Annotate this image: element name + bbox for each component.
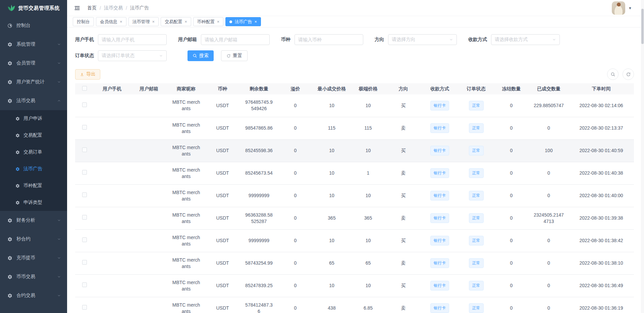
filter-input[interactable]	[98, 34, 167, 45]
table-row[interactable]: MBTC merchantsUSDT85245673.540101卖银行卡正常0…	[75, 162, 634, 184]
cell-premium: 0	[278, 117, 313, 139]
cell-phone	[94, 229, 130, 252]
table-row[interactable]: MBTC merchantsUSDT58743254.9906565卖银行卡正常…	[75, 252, 634, 274]
sidebar-subitem[interactable]: 用户申诉	[0, 110, 67, 127]
sidebar-subitem[interactable]: 交易订单	[0, 144, 67, 161]
cell-phone	[94, 94, 130, 117]
status-badge: 正常	[469, 146, 484, 155]
table-row[interactable]: MBTC merchantsUSDT96363288.5852528703653…	[75, 207, 634, 229]
status-badge: 正常	[469, 123, 484, 133]
tab[interactable]: 控制台	[73, 17, 94, 26]
table-row[interactable]: MBTC merchantsUSDT85245598.3601010买银行卡正常…	[75, 139, 634, 162]
scrollbar-thumb[interactable]	[641, 9, 644, 44]
search-button[interactable]: 搜索	[187, 50, 214, 61]
row-checkbox[interactable]	[82, 260, 87, 265]
sidebar-subitem[interactable]: 申诉类型	[0, 194, 67, 211]
table-search-toggle-button[interactable]	[607, 69, 619, 80]
row-checkbox[interactable]	[82, 125, 87, 130]
select-all-checkbox[interactable]	[82, 86, 87, 91]
tab[interactable]: 币种配置×	[193, 17, 224, 26]
tab-close-icon[interactable]: ×	[152, 19, 155, 24]
cell-status: 正常	[459, 207, 494, 229]
sidebar-collapse-icon[interactable]	[74, 5, 80, 11]
search-button-label: 搜索	[199, 53, 209, 59]
tab-close-icon[interactable]: ×	[120, 19, 122, 24]
breadcrumb-item[interactable]: 法币交易	[104, 5, 123, 11]
sidebar-item[interactable]: 控制台	[0, 16, 67, 35]
row-checkbox[interactable]	[82, 102, 87, 107]
tab[interactable]: 法币广告×	[225, 17, 261, 26]
cell-time: 2022-08-30 01:38:42	[569, 229, 634, 252]
column-header: 剩余数量	[240, 83, 278, 94]
tab[interactable]: 法币管理×	[128, 17, 159, 26]
row-checkbox[interactable]	[82, 215, 87, 220]
breadcrumb-item[interactable]: 首页	[87, 5, 97, 11]
row-checkbox[interactable]	[82, 237, 87, 242]
tab-close-icon[interactable]: ×	[184, 19, 187, 24]
sidebar-item[interactable]: 系统管理	[0, 35, 67, 54]
table-row[interactable]: MBTC merchantsUSDT578412487.3604386.85卖银…	[75, 297, 634, 313]
cell-phone	[94, 297, 130, 313]
cell-remaining: 99999999	[240, 229, 278, 252]
sidebar-item[interactable]: 币币交易	[0, 267, 67, 286]
chevron-down-icon	[57, 256, 61, 260]
cell-remaining: 99999999	[240, 184, 278, 207]
row-checkbox[interactable]	[82, 192, 87, 197]
row-checkbox[interactable]	[82, 170, 87, 175]
page-scrollbar[interactable]	[641, 0, 644, 313]
filter-input[interactable]	[294, 34, 363, 45]
tab-close-icon[interactable]: ×	[217, 19, 220, 24]
sidebar: 货币交易管理系统 控制台系统管理会员管理用户资产统计法币交易用户申诉交易配置交易…	[0, 0, 67, 313]
tab[interactable]: 会员信息×	[96, 17, 126, 26]
table-refresh-button[interactable]	[623, 69, 634, 80]
sidebar-item[interactable]: 财务分析	[0, 211, 67, 230]
table-row[interactable]: MBTC merchantsUSDT9999999901010买银行卡正常002…	[75, 229, 634, 252]
row-checkbox[interactable]	[82, 147, 87, 152]
sidebar-subitem[interactable]: 法币广告	[0, 161, 67, 177]
filter-select[interactable]: 请选择订单状态	[98, 50, 167, 61]
sidebar-item[interactable]: 合约交易	[0, 286, 67, 305]
reset-button[interactable]: 重置	[221, 50, 248, 61]
sidebar-item[interactable]: 会员管理	[0, 54, 67, 73]
user-caret-icon[interactable]: ▼	[628, 6, 632, 10]
table-row[interactable]: MBTC merchantsUSDT85247839.2501010买银行卡正常…	[75, 274, 634, 297]
column-header: 方向	[386, 83, 421, 94]
cell-merchant: MBTC merchants	[167, 274, 205, 297]
sidebar-subitem[interactable]: 币种配置	[0, 177, 67, 194]
sidebar-menu: 控制台系统管理会员管理用户资产统计法币交易用户申诉交易配置交易订单法币广告币种配…	[0, 16, 67, 305]
sidebar-subitem[interactable]: 交易配置	[0, 127, 67, 144]
sidebar-item-label: 充币提币	[16, 255, 35, 261]
filter-select[interactable]: 请选择收款方式	[491, 34, 560, 45]
table-row[interactable]: MBTC merchantsUSDT98547865.860115115卖银行卡…	[75, 117, 634, 139]
cell-coin: USDT	[205, 229, 240, 252]
table-row[interactable]: MBTC merchantsUSDT976485745.954942601010…	[75, 94, 634, 117]
sidebar-item[interactable]: 秒合约	[0, 230, 67, 249]
sidebar-item[interactable]: 充币提币	[0, 249, 67, 267]
sidebar-item-label: 系统管理	[16, 41, 35, 47]
chevron-down-icon	[57, 61, 61, 65]
topbar: 首页/法币交易/法币广告 ▼	[67, 0, 644, 16]
avatar[interactable]	[612, 1, 625, 15]
filter-select[interactable]: 请选择方向	[388, 34, 457, 45]
active-tab-dot-icon	[229, 20, 232, 23]
tab[interactable]: 交易配置×	[161, 17, 191, 26]
cell-remaining: 85245598.36	[240, 139, 278, 162]
plant-logo-icon	[7, 4, 15, 12]
cell-payment: 银行卡	[421, 252, 459, 274]
cell-merchant: MBTC merchants	[167, 162, 205, 184]
export-button[interactable]: 导出	[75, 69, 100, 80]
sidebar-submenu: 用户申诉交易配置交易订单法币广告币种配置申诉类型	[0, 110, 67, 211]
cell-coin: USDT	[205, 117, 240, 139]
sidebar-item[interactable]: 法币交易	[0, 91, 67, 110]
gear-icon	[7, 61, 12, 66]
row-checkbox[interactable]	[82, 305, 87, 310]
table-row[interactable]: MBTC merchantsUSDT9999999901010买银行卡正常002…	[75, 184, 634, 207]
cell-frozen: 0	[494, 94, 529, 117]
filter-input[interactable]	[201, 34, 270, 45]
sidebar-item[interactable]: 用户资产统计	[0, 73, 67, 91]
row-checkbox[interactable]	[82, 282, 87, 287]
tab-close-icon[interactable]: ×	[254, 19, 257, 24]
search-icon	[193, 53, 197, 58]
status-badge: 正常	[469, 281, 484, 290]
cell-merchant: MBTC merchants	[167, 184, 205, 207]
